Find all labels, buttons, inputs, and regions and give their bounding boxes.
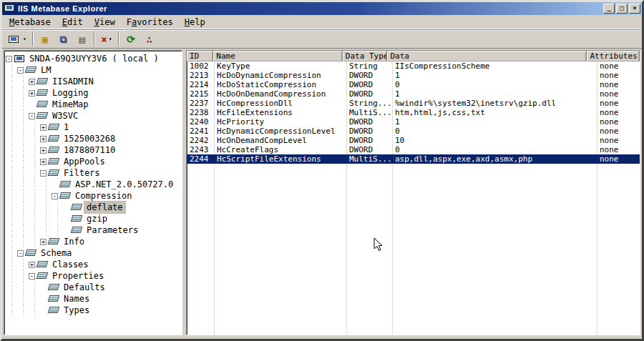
cell: DWORD <box>346 89 392 99</box>
tree-item-label: Filters <box>62 167 102 179</box>
expand-toggle[interactable]: - <box>40 170 47 177</box>
tree-indent <box>6 270 17 282</box>
menu-item-edit[interactable]: Edit <box>57 15 89 29</box>
table-row[interactable]: 2213HcDoDynamicCompressionDWORD1none <box>187 71 640 80</box>
tree-item[interactable]: +1525003268 <box>6 133 182 144</box>
expand-toggle[interactable]: - <box>17 250 24 257</box>
expand-toggle[interactable]: + <box>40 124 47 131</box>
tree-indent <box>17 99 29 110</box>
expand-toggle[interactable]: - <box>29 273 35 280</box>
tree-item[interactable]: +1878807110 <box>6 144 182 156</box>
menu-item-help[interactable]: Help <box>179 15 211 29</box>
metabase-key-icon <box>25 249 37 256</box>
tree-indent <box>29 99 37 110</box>
tree-item[interactable]: ASP.NET_2.0.50727.0 <box>6 179 182 190</box>
tree-item[interactable]: -Filters <box>6 167 182 179</box>
cell: none <box>597 61 640 71</box>
refresh-button[interactable]: ⟳ <box>122 31 140 47</box>
metabase-key-icon <box>71 227 83 233</box>
table-row[interactable]: 2214HcDoStaticCompressionDWORD0none <box>187 80 640 89</box>
expand-toggle[interactable]: + <box>40 159 47 165</box>
table-row[interactable]: 2215HcDoOnDemandCompressionDWORD1none <box>187 89 640 99</box>
properties-list-body: 1002KeyTypeStringIIsCompressionSchemenon… <box>187 61 640 335</box>
tree-item[interactable]: MimeMap <box>6 99 182 110</box>
tree-item[interactable]: +Logging <box>6 87 182 99</box>
tree-indent <box>6 144 17 156</box>
expand-toggle[interactable]: + <box>29 262 35 268</box>
table-row[interactable]: 2238HcFileExtensionsMultiS...htm,html,js… <box>187 108 640 117</box>
tree-indent <box>6 247 17 259</box>
tree-item[interactable]: +1 <box>6 122 182 133</box>
tree-item[interactable]: Types <box>6 305 182 316</box>
table-row[interactable]: 2244HcScriptFileExtensionsMultiS...asp,d… <box>187 154 640 164</box>
cell: HcDoStaticCompression <box>214 80 346 89</box>
expand-toggle[interactable]: - <box>6 56 12 62</box>
expand-toggle[interactable]: + <box>40 136 47 142</box>
column-header-attributes[interactable]: Attributes <box>587 51 640 61</box>
copy-key-button[interactable]: ⧉ <box>55 31 72 47</box>
table-row[interactable]: 2240HcPriorityDWORD1none <box>187 117 640 127</box>
tree-item[interactable]: -Properties <box>6 270 182 282</box>
tree-indent <box>17 305 29 316</box>
column-header-id[interactable]: ID <box>187 51 213 61</box>
tree-item[interactable]: -Schema <box>6 247 182 259</box>
tree-indent <box>6 179 17 190</box>
toolbar: ▾▣⧉▤×▾⟳∴ <box>2 29 642 49</box>
tree-item[interactable]: Names <box>6 293 182 305</box>
column-header-name[interactable]: Name <box>213 51 343 61</box>
tree-item[interactable]: +IISADMIN <box>6 76 182 87</box>
expand-toggle[interactable]: + <box>40 239 47 245</box>
expand-toggle[interactable]: + <box>29 90 35 97</box>
tree-indent <box>17 282 29 293</box>
menu-item-favorites[interactable]: Favorites <box>121 15 179 29</box>
menu-item-view[interactable]: View <box>89 15 121 29</box>
menu-item-metabase[interactable]: Metabase <box>4 15 57 29</box>
table-row[interactable]: 2243HcCreateFlagsDWORD0none <box>187 145 640 154</box>
tree-item[interactable]: gzip <box>6 213 182 224</box>
expand-toggle[interactable]: + <box>40 147 47 154</box>
cell: 2243 <box>187 145 214 154</box>
cell: 1 <box>392 71 597 80</box>
tree-item[interactable]: -SNDA-69Q3UYY3V6 ( local ) <box>6 53 182 64</box>
tree-indent <box>29 293 40 305</box>
table-row[interactable]: 2242HcOnDemandCompLevelDWORD10none <box>187 136 640 145</box>
paste-key-button[interactable]: ▤ <box>74 31 91 47</box>
column-header-data-type[interactable]: Data Type <box>343 51 388 61</box>
tree-item[interactable]: +AppPools <box>6 156 182 167</box>
network-button[interactable]: ∴ <box>141 31 158 47</box>
expand-toggle[interactable]: - <box>52 193 58 199</box>
column-header-data[interactable]: Data <box>387 51 587 61</box>
minimize-button[interactable]: _ <box>603 4 615 14</box>
cell: 2238 <box>187 108 214 117</box>
close-button[interactable]: × <box>629 4 640 14</box>
tree-item[interactable]: Parameters <box>6 224 182 236</box>
maximize-button[interactable]: □ <box>616 4 628 14</box>
tree-item[interactable]: deflate <box>6 202 182 213</box>
cell: 2240 <box>187 117 214 127</box>
cell: DWORD <box>346 117 392 127</box>
expand-toggle[interactable]: - <box>17 67 24 74</box>
tree-item[interactable]: -Compression <box>6 190 182 202</box>
table-row[interactable]: 2241HcDynamicCompressionLevelDWORD0none <box>187 127 640 136</box>
tree-item[interactable]: -LM <box>6 64 182 76</box>
tree-item[interactable]: +Info <box>6 236 182 247</box>
tree-item-label: IISADMIN <box>50 76 96 87</box>
metabase-key-icon <box>48 295 60 302</box>
expand-toggle[interactable]: - <box>29 113 35 119</box>
tree-item[interactable]: Defaults <box>6 282 182 293</box>
connect-button[interactable]: ▾ <box>6 31 29 47</box>
metabase-key-icon <box>36 78 49 84</box>
metabase-key-icon <box>48 124 60 130</box>
cell: none <box>597 117 640 127</box>
expand-toggle[interactable]: + <box>29 79 35 85</box>
tree-item[interactable]: +Classes <box>6 259 182 270</box>
tree-indent <box>40 190 52 202</box>
cell: MultiS... <box>346 108 392 117</box>
tree-item-label: Defaults <box>62 282 107 293</box>
table-row[interactable]: 1002KeyTypeStringIIsCompressionSchemenon… <box>187 61 640 71</box>
tree-item[interactable]: -W3SVC <box>6 110 182 122</box>
table-row[interactable]: 2237HcCompressionDllString...%windir%\sy… <box>187 99 640 108</box>
tree-indent <box>6 64 17 76</box>
new-key-button[interactable]: ▣ <box>36 31 54 47</box>
delete-button[interactable]: ×▾ <box>98 31 115 47</box>
